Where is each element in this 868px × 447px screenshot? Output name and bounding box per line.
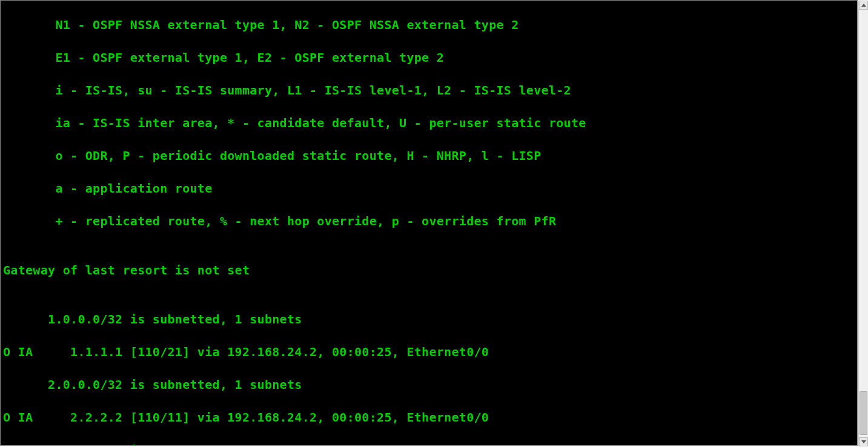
vertical-scrollbar[interactable] bbox=[858, 1, 868, 446]
terminal-line: a - application route bbox=[3, 180, 857, 197]
terminal-line: O IA 1.1.1.1 [110/21] via 192.168.24.2, … bbox=[3, 344, 857, 360]
scroll-down-button[interactable] bbox=[859, 437, 868, 446]
terminal-line: Gateway of last resort is not set bbox=[3, 262, 857, 279]
terminal-line: + - replicated route, % - next hop overr… bbox=[3, 213, 857, 230]
terminal-line: N1 - OSPF NSSA external type 1, N2 - OSP… bbox=[3, 17, 857, 33]
terminal-line: 3.0.0.0/32 is subnetted, 1 subnets bbox=[3, 442, 857, 446]
scroll-up-button[interactable] bbox=[859, 1, 868, 10]
terminal-line: ia - IS-IS inter area, * - candidate def… bbox=[3, 115, 857, 131]
terminal-line: o - ODR, P - periodic downloaded static … bbox=[3, 148, 857, 164]
terminal-output: N1 - OSPF NSSA external type 1, N2 - OSP… bbox=[1, 1, 857, 446]
terminal-line: i - IS-IS, su - IS-IS summary, L1 - IS-I… bbox=[3, 82, 857, 99]
terminal-line: 2.0.0.0/32 is subnetted, 1 subnets bbox=[3, 377, 857, 393]
terminal-line: O IA 2.2.2.2 [110/11] via 192.168.24.2, … bbox=[3, 409, 857, 426]
terminal-line: 1.0.0.0/32 is subnetted, 1 subnets bbox=[3, 311, 857, 328]
chevron-down-icon bbox=[861, 440, 866, 443]
terminal-line: E1 - OSPF external type 1, E2 - OSPF ext… bbox=[3, 50, 857, 66]
terminal-window[interactable]: N1 - OSPF NSSA external type 1, N2 - OSP… bbox=[0, 0, 858, 446]
chevron-up-icon bbox=[861, 4, 866, 7]
scrollbar-thumb[interactable] bbox=[860, 391, 867, 435]
